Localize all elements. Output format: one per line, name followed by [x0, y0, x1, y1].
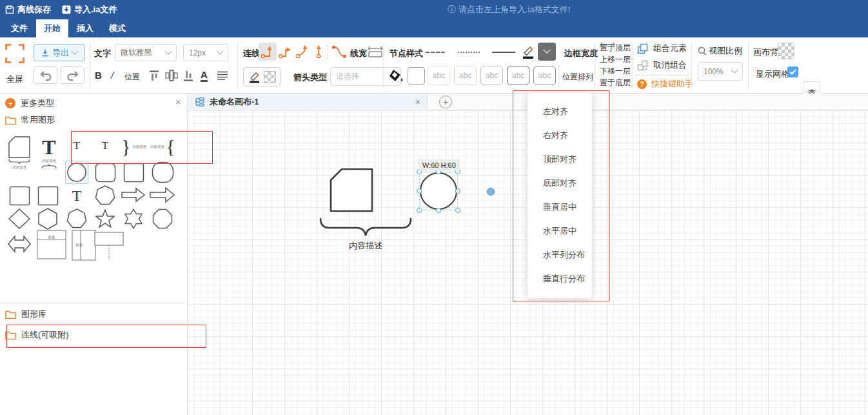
offline-save-button[interactable]: 离线保存: [5, 0, 51, 19]
show-grid-checkbox[interactable]: [787, 66, 798, 77]
resize-handle-se[interactable]: [455, 208, 460, 213]
shape-star-5[interactable]: [93, 207, 117, 230]
layer-to-back-button[interactable]: 置于底层: [600, 77, 631, 88]
shape-circle[interactable]: [65, 161, 88, 184]
menu-tab-insert[interactable]: 插入: [71, 19, 99, 37]
line-width-button[interactable]: [368, 46, 383, 57]
shape-text-small-1[interactable]: T: [64, 136, 89, 156]
shape-brace-right[interactable]: } 内容描述: [120, 134, 148, 159]
fullscreen-button[interactable]: [5, 44, 25, 63]
node-preset-2[interactable]: abc: [454, 66, 477, 85]
sidebar-close-button[interactable]: ×: [175, 96, 181, 107]
connector-straight-button[interactable]: [311, 44, 326, 59]
shape-rounded-square-1[interactable]: [94, 161, 117, 184]
new-tab-button[interactable]: +: [439, 96, 452, 108]
group-elements-button[interactable]: 组合元素: [637, 43, 687, 54]
shape-hexagon[interactable]: [36, 207, 59, 230]
fill-color-swatch[interactable]: [408, 67, 425, 85]
shape-braced-box[interactable]: 内容描述: [6, 135, 32, 171]
undo-button[interactable]: [34, 66, 57, 84]
text-align-button[interactable]: [217, 71, 228, 80]
shape-heptagon[interactable]: [64, 207, 89, 230]
menu-item-vertical-center[interactable]: 垂直居中: [528, 195, 592, 219]
line-transparent-swatch[interactable]: [264, 71, 276, 83]
shape-library-section[interactable]: 图形库: [5, 309, 46, 320]
resize-handle-sw[interactable]: [417, 208, 422, 213]
layer-up-button[interactable]: 上移一层: [600, 54, 631, 65]
shape-diamond[interactable]: [8, 207, 31, 230]
border-width-button[interactable]: [577, 37, 593, 46]
node-preset-5[interactable]: abc: [533, 66, 556, 85]
redo-button[interactable]: [61, 66, 84, 84]
shape-arrow-right-2[interactable]: [148, 185, 177, 205]
shape-big-text[interactable]: T 内容描述: [35, 134, 63, 171]
border-color-pen-button[interactable]: [521, 44, 535, 59]
node-preset-3[interactable]: abc: [480, 66, 503, 85]
shape-rounded-square-2[interactable]: [122, 161, 145, 184]
connector-elbow-arrow-button[interactable]: [277, 44, 293, 59]
connector-elbow-button[interactable]: [259, 43, 277, 61]
shape-arrow-right-1[interactable]: [120, 185, 147, 205]
menu-item-align-top[interactable]: 顶部对齐: [528, 147, 592, 171]
resize-handle-s[interactable]: [436, 208, 441, 213]
ungroup-button[interactable]: 取消组合: [637, 59, 687, 71]
zoom-select[interactable]: 100%: [698, 62, 743, 81]
import-ia-button[interactable]: 导入.ia文件: [62, 0, 117, 19]
canvas-shape-brace[interactable]: [319, 217, 412, 239]
shape-star-6[interactable]: [121, 207, 146, 230]
line-color-pen-icon[interactable]: [248, 70, 261, 83]
shape-heptagon-round[interactable]: [93, 184, 117, 207]
resize-handle-w[interactable]: [417, 188, 422, 194]
connector-library-section[interactable]: 连线(可吸附): [5, 329, 69, 341]
font-family-select[interactable]: 微软雅黑: [115, 44, 177, 61]
font-color-button[interactable]: A: [201, 69, 208, 82]
node-style-solid[interactable]: [492, 52, 515, 53]
common-shapes-section[interactable]: 常用图形: [5, 114, 55, 126]
bold-button[interactable]: B: [95, 70, 102, 81]
canvas-shape-circle[interactable]: [420, 172, 457, 210]
shape-double-arrow[interactable]: [6, 230, 32, 258]
shape-callout-rect[interactable]: [92, 229, 126, 261]
layer-down-button[interactable]: 下移一层: [600, 65, 631, 77]
menu-item-horizontal-center[interactable]: 水平居中: [528, 219, 592, 243]
node-preset-4[interactable]: abc: [507, 66, 529, 85]
connector-curve-button[interactable]: [295, 44, 310, 59]
resize-handle-e[interactable]: [455, 188, 460, 194]
layer-to-front-button[interactable]: 置于顶层: [600, 42, 631, 54]
node-style-dashed[interactable]: [426, 52, 445, 53]
shape-octagon[interactable]: [150, 207, 175, 230]
shortcut-helper-button[interactable]: ? 快捷键助手: [637, 78, 693, 90]
align-middle-button[interactable]: [165, 69, 178, 82]
font-size-select[interactable]: 12px: [183, 44, 228, 61]
connector-endpoint-dot[interactable]: [487, 188, 495, 196]
italic-button[interactable]: /: [111, 70, 113, 81]
connector-scurve-button[interactable]: [331, 44, 348, 59]
shape-text-serif[interactable]: T: [64, 184, 89, 207]
fill-color-button[interactable]: [388, 68, 404, 84]
canvas-tab[interactable]: 未命名画布-1 ×: [188, 94, 428, 110]
menu-tab-file[interactable]: 文件: [5, 19, 34, 37]
menu-item-align-bottom[interactable]: 底部对齐: [528, 171, 592, 195]
canvas-bg-button[interactable]: [778, 43, 794, 59]
node-style-dropdown-button[interactable]: [538, 43, 556, 61]
canvas-shape-cut-square[interactable]: [330, 168, 373, 212]
shape-titled-rect[interactable]: 标题: [36, 229, 67, 260]
canvas-brace-label[interactable]: 内容描述: [319, 240, 412, 252]
shape-square-2[interactable]: [36, 184, 59, 207]
menu-tab-home[interactable]: 开始: [36, 19, 68, 37]
align-top-button[interactable]: [149, 70, 159, 81]
shape-squircle[interactable]: [150, 160, 175, 185]
more-types-button[interactable]: + 更多类型: [5, 97, 54, 109]
node-preset-1[interactable]: abc: [428, 66, 450, 85]
menu-tab-mode[interactable]: 模式: [103, 19, 132, 37]
menu-item-distribute-columns[interactable]: 水平列分布: [528, 243, 592, 267]
shape-brace-left[interactable]: 内容描述 {: [147, 134, 178, 159]
menu-item-align-right[interactable]: 右对齐: [528, 123, 592, 147]
menu-item-distribute-rows[interactable]: 垂直行分布: [528, 267, 592, 290]
close-tab-icon[interactable]: ×: [415, 97, 420, 107]
node-style-dotted[interactable]: [458, 52, 480, 53]
align-bottom-button[interactable]: [183, 70, 193, 81]
export-button[interactable]: 导出: [34, 44, 85, 61]
menu-item-align-left[interactable]: 左对齐: [528, 99, 592, 123]
shape-square-1[interactable]: [8, 184, 31, 207]
